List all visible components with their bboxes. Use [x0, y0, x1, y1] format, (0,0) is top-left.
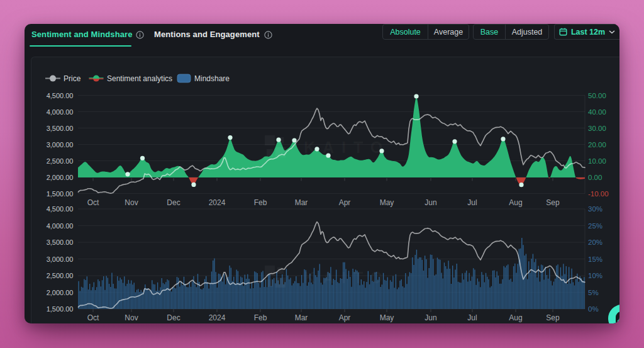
svg-text:2,500.00: 2,500.00 [47, 272, 74, 279]
svg-text:Jun: Jun [425, 313, 436, 322]
svg-text:Oct: Oct [87, 198, 99, 207]
svg-text:Feb: Feb [254, 198, 267, 207]
svg-text:10%: 10% [588, 272, 602, 279]
svg-text:Nov: Nov [125, 313, 138, 322]
svg-text:0%: 0% [588, 305, 599, 313]
svg-text:5%: 5% [588, 289, 599, 296]
svg-text:2024: 2024 [209, 198, 226, 207]
svg-text:15%: 15% [588, 255, 602, 263]
svg-text:2,000.00: 2,000.00 [47, 174, 74, 181]
svg-text:Oct: Oct [87, 313, 99, 322]
svg-text:Feb: Feb [254, 313, 267, 322]
svg-text:Apr: Apr [339, 198, 351, 207]
svg-text:4,500.00: 4,500.00 [47, 92, 74, 99]
svg-text:Sentiment analytics: Sentiment analytics [107, 74, 172, 83]
svg-text:Sep: Sep [546, 198, 560, 207]
svg-text:3,000.00: 3,000.00 [47, 141, 74, 149]
svg-text:Mar: Mar [295, 198, 308, 207]
svg-text:1,500.00: 1,500.00 [47, 190, 74, 198]
svg-text:Dec: Dec [167, 198, 180, 207]
svg-text:3,500.00: 3,500.00 [47, 239, 74, 246]
svg-text:Dec: Dec [167, 313, 180, 322]
svg-text:Aug: Aug [509, 198, 522, 207]
svg-text:4,000.00: 4,000.00 [47, 222, 74, 230]
svg-text:20%: 20% [588, 239, 602, 246]
svg-text:3,000.00: 3,000.00 [47, 255, 74, 263]
svg-text:4,000.00: 4,000.00 [47, 108, 74, 116]
svg-text:2,500.00: 2,500.00 [47, 157, 74, 165]
svg-text:May: May [380, 313, 394, 322]
svg-text:50.00: 50.00 [588, 92, 606, 99]
svg-text:40.00: 40.00 [588, 108, 606, 116]
svg-text:Price: Price [64, 74, 81, 83]
svg-text:Nov: Nov [125, 198, 138, 207]
svg-text:KAITO: KAITO [304, 269, 390, 286]
svg-text:4,500.00: 4,500.00 [47, 205, 74, 213]
svg-text:Apr: Apr [339, 313, 351, 322]
svg-text:1,500.00: 1,500.00 [47, 305, 74, 313]
svg-text:25%: 25% [588, 222, 602, 230]
svg-text:May: May [380, 198, 394, 207]
svg-text:Aug: Aug [509, 313, 522, 322]
svg-text:-10.00: -10.00 [588, 190, 609, 198]
svg-text:Mindshare: Mindshare [194, 74, 230, 83]
svg-text:Mar: Mar [295, 313, 308, 322]
svg-text:3,500.00: 3,500.00 [47, 125, 74, 132]
svg-text:2024: 2024 [209, 313, 226, 322]
svg-text:20.00: 20.00 [588, 141, 606, 149]
svg-text:Jun: Jun [425, 198, 436, 207]
svg-text:Jul: Jul [467, 198, 477, 207]
svg-text:0.00: 0.00 [588, 174, 602, 181]
svg-text:30.00: 30.00 [588, 125, 606, 132]
svg-text:10.00: 10.00 [588, 157, 606, 165]
svg-text:2,000.00: 2,000.00 [47, 289, 74, 296]
svg-text:Jul: Jul [467, 313, 477, 322]
svg-text:Sep: Sep [546, 313, 560, 322]
svg-text:30%: 30% [588, 205, 602, 213]
